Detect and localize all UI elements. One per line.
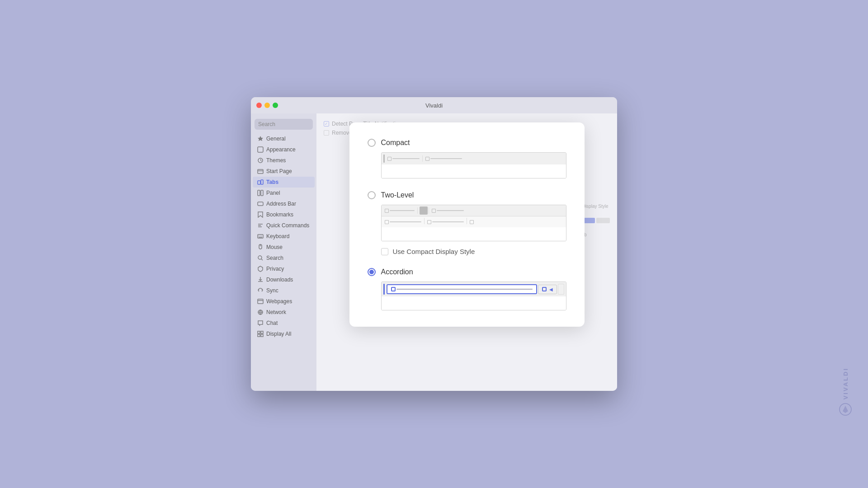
- svg-rect-8: [258, 202, 263, 206]
- sidebar-item-general[interactable]: General: [253, 133, 315, 144]
- search-input[interactable]: Search: [255, 119, 313, 130]
- sidebar-item-label: Tabs: [266, 179, 278, 185]
- chat-icon: [257, 320, 264, 326]
- compact-radio[interactable]: [368, 139, 376, 147]
- modal-overlay: Compact: [316, 113, 617, 391]
- two-level-radio[interactable]: [368, 191, 376, 199]
- sidebar-item-label: Search: [266, 255, 283, 261]
- accordion-arrow-icon: ◀: [549, 287, 553, 292]
- two-level-bottom-bar: [382, 216, 566, 227]
- two-level-top-bar: [382, 205, 566, 216]
- vivaldi-logo-icon: [839, 403, 852, 416]
- svg-rect-7: [261, 190, 263, 196]
- two-level-content-area: [382, 227, 566, 241]
- sidebar-item-label: Keyboard: [266, 233, 289, 239]
- sidebar-item-panel[interactable]: Panel: [253, 188, 315, 198]
- sidebar: Search General Appearance Themes S: [251, 113, 316, 391]
- address-bar-icon: [257, 201, 264, 207]
- svg-rect-15: [261, 331, 263, 333]
- sidebar-item-start-page[interactable]: Start Page: [253, 166, 315, 177]
- search-nav-icon: [257, 255, 264, 261]
- sync-icon: [257, 287, 264, 294]
- sidebar-item-label: Themes: [266, 157, 286, 164]
- accordion-radio[interactable]: [368, 268, 376, 276]
- accordion-preview-wrapper: ◀: [381, 282, 566, 310]
- maximize-button[interactable]: [273, 103, 278, 108]
- sidebar-item-label: Appearance: [266, 146, 296, 153]
- themes-icon: [257, 157, 264, 164]
- tab-icon: [385, 220, 389, 224]
- accordion-content-area: [382, 296, 566, 310]
- tab-top-2: [430, 206, 466, 215]
- tab-style-modal: Compact: [349, 122, 585, 327]
- sidebar-item-label: Start Page: [266, 168, 292, 174]
- svg-point-11: [258, 256, 262, 259]
- close-button[interactable]: [256, 103, 262, 108]
- two-level-option-group: Two-Level: [368, 191, 566, 255]
- tab-icon: [432, 209, 436, 213]
- content-area: ✓ Detect Page Title Notifications Remove…: [316, 113, 617, 391]
- compact-display-label: Use Compact Display Style: [393, 248, 475, 255]
- browser-window: Vivaldi Search General Appearance: [251, 97, 617, 391]
- sidebar-item-downloads[interactable]: Downloads: [253, 274, 315, 285]
- sidebar-item-label: Address Bar: [266, 201, 296, 207]
- bookmarks-icon: [257, 211, 264, 218]
- tab-icon: [391, 287, 396, 291]
- svg-rect-14: [258, 331, 260, 333]
- traffic-lights: [256, 103, 278, 108]
- tab-top-1: [383, 206, 416, 215]
- sidebar-item-tabs[interactable]: Tabs: [253, 177, 315, 188]
- title-bar: Vivaldi: [251, 97, 617, 113]
- webpages-icon: [257, 298, 264, 305]
- sidebar-item-mouse[interactable]: Mouse: [253, 242, 315, 253]
- general-icon: [257, 136, 264, 142]
- quick-commands-icon: [257, 222, 264, 229]
- tab-icon: [427, 220, 431, 224]
- compact-display-checkbox[interactable]: [381, 248, 388, 255]
- sidebar-item-sync[interactable]: Sync: [253, 285, 315, 296]
- sidebar-item-privacy[interactable]: Privacy: [253, 263, 315, 274]
- svg-rect-5: [261, 180, 263, 184]
- svg-rect-1: [258, 147, 263, 152]
- sidebar-item-address-bar[interactable]: Address Bar: [253, 198, 315, 209]
- desktop: VIVALDI Vivaldi Search: [0, 0, 868, 488]
- sidebar-item-bookmarks[interactable]: Bookmarks: [253, 209, 315, 220]
- sidebar-item-display-all[interactable]: Display All: [253, 328, 315, 339]
- accordion-option-header: Accordion: [368, 268, 566, 276]
- svg-rect-17: [261, 334, 263, 337]
- sidebar-item-chat[interactable]: Chat: [253, 318, 315, 328]
- sidebar-item-label: Network: [266, 309, 286, 315]
- sidebar-item-themes[interactable]: Themes: [253, 155, 315, 166]
- tab-icon: [387, 157, 392, 161]
- sidebar-item-label: Panel: [266, 190, 280, 196]
- keyboard-icon: [257, 233, 264, 239]
- sidebar-item-webpages[interactable]: Webpages: [253, 296, 315, 307]
- sidebar-item-network[interactable]: Network: [253, 307, 315, 318]
- svg-rect-6: [258, 190, 260, 196]
- sidebar-item-search[interactable]: Search: [253, 253, 315, 263]
- compact-tab-preview: [382, 153, 566, 164]
- compact-label: Compact: [381, 139, 410, 147]
- sidebar-item-label: General: [266, 136, 286, 142]
- network-icon: [257, 309, 264, 315]
- two-level-label: Two-Level: [381, 191, 414, 199]
- sidebar-item-label: Quick Commands: [266, 222, 309, 229]
- minimize-button[interactable]: [264, 103, 270, 108]
- start-page-icon: [257, 168, 264, 174]
- tab-bottom-1: [383, 218, 423, 226]
- sidebar-item-quick-commands[interactable]: Quick Commands: [253, 220, 315, 231]
- appearance-icon: [257, 146, 264, 153]
- sidebar-item-label: Bookmarks: [266, 211, 293, 218]
- sidebar-item-label: Display All: [266, 331, 291, 337]
- accordion-label: Accordion: [381, 268, 413, 276]
- compact-option-header: Compact: [368, 139, 566, 147]
- sidebar-item-label: Chat: [266, 320, 278, 326]
- sidebar-item-appearance[interactable]: Appearance: [253, 144, 315, 155]
- sidebar-item-label: Sync: [266, 287, 278, 294]
- panel-icon: [257, 190, 264, 196]
- compact-option-group: Compact: [368, 139, 566, 178]
- accordion-tab-preview: ◀: [382, 282, 566, 296]
- compact-tab-2: [424, 155, 464, 163]
- sidebar-item-keyboard[interactable]: Keyboard: [253, 231, 315, 242]
- svg-rect-3: [258, 169, 263, 174]
